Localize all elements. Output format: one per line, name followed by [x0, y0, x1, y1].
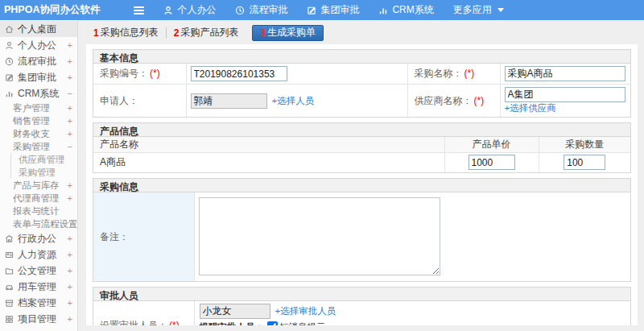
sms-notify-label: 短消息提示 — [279, 322, 326, 325]
folder-icon — [5, 267, 14, 275]
app-title: PHPOA协同办公软件 — [0, 3, 100, 17]
sidebar-item-form-flow-settings[interactable]: 表单与流程设置 + — [0, 217, 77, 230]
building-icon — [5, 234, 14, 243]
col-product-name: 产品名称 — [93, 137, 444, 152]
sidebar-item-procurement-mgmt[interactable]: 采购管理 − — [0, 140, 77, 153]
tab-purchase-info-list[interactable]: 1 采购信息列表 — [86, 27, 167, 38]
sidebar-item-reports-stats[interactable]: 报表与统计 — [0, 205, 77, 217]
user-icon — [5, 41, 14, 50]
top-nav-more-apps[interactable]: 更多应用 — [453, 3, 504, 17]
approver-input[interactable] — [200, 304, 270, 319]
table-row: A商品 — [93, 152, 630, 172]
product-price-input[interactable] — [469, 155, 515, 170]
bar-chart-icon — [5, 89, 14, 98]
tab-purchase-product-list[interactable]: 2 采购产品列表 — [167, 27, 246, 38]
sidebar-item-crm[interactable]: CRM系统 − — [0, 85, 77, 101]
home-icon — [5, 25, 14, 34]
sidebar-item-customer-mgmt[interactable]: 客户管理 + — [0, 101, 77, 114]
top-nav-workflow-approval[interactable]: 流程审批 — [235, 3, 287, 17]
section-title: 基本信息 — [93, 50, 630, 64]
select-person-link[interactable]: +选择人员 — [272, 96, 315, 106]
grid-icon — [5, 315, 14, 324]
remind-approver-label: 提醒审批人员： — [200, 322, 265, 325]
section-title: 产品信息 — [93, 123, 630, 137]
section-purchase-info: 采购信息 备注： — [93, 178, 631, 282]
sidebar-item-hr[interactable]: 人力资源 + — [0, 246, 77, 263]
supplier-name-input[interactable] — [505, 87, 625, 102]
select-supplier-link[interactable]: +选择供应商 — [505, 103, 556, 113]
id-card-icon — [5, 250, 14, 259]
edit-square-icon — [307, 6, 316, 15]
applicant-label: 申请人： — [93, 85, 186, 118]
top-nav-personal-office[interactable]: 个人办公 — [163, 3, 216, 17]
sidebar: 个人桌面 个人办公 + 流程审批 + 集团审批 + CRM系统 − 客户管理 +… — [0, 20, 78, 331]
sidebar-item-vehicle-mgmt[interactable]: 用车管理 + — [0, 279, 77, 295]
sidebar-item-archive-mgmt[interactable]: 档案管理 + — [0, 295, 77, 311]
section-title: 采购信息 — [93, 179, 630, 192]
sidebar-item-personal-office[interactable]: 个人办公 + — [0, 37, 77, 53]
sidebar-item-admin-office[interactable]: 行政办公 + — [0, 230, 77, 246]
sidebar-item-workflow-approval[interactable]: 流程审批 + — [0, 53, 77, 69]
section-approver: 审批人员 设置审批人员：(*) +选择审批人员 提醒审批人员：短消息提示 注：流… — [93, 287, 631, 325]
purchase-qty-input[interactable] — [564, 155, 605, 170]
purchase-name-input[interactable] — [505, 66, 625, 81]
sidebar-item-purchase-mgmt[interactable]: 采购管理 — [10, 166, 77, 179]
sidebar-item-product-inventory[interactable]: 产品与库存 + — [0, 179, 77, 192]
topbar: PHPOA协同办公软件 个人办公 流程审批 集团审批 CRM系统 更多应用 — [0, 0, 644, 20]
caret-down-icon — [497, 8, 504, 12]
required-mark: (*) — [474, 95, 485, 106]
section-title: 审批人员 — [93, 288, 630, 301]
main-content: 1 采购信息列表 2 采购产品列表 3 生成采购单 基本信息 采购编号：(*) — [78, 20, 644, 331]
tab-bar: 1 采购信息列表 2 采购产品列表 3 生成采购单 — [86, 24, 644, 41]
product-name-cell: A商品 — [93, 152, 444, 172]
car-icon — [5, 283, 14, 292]
purchase-no-input[interactable] — [191, 66, 287, 81]
required-mark: (*) — [169, 320, 180, 325]
top-nav-group-approval[interactable]: 集团审批 — [307, 3, 359, 17]
select-approver-link[interactable]: +选择审批人员 — [275, 306, 336, 316]
user-icon — [163, 6, 173, 15]
sidebar-item-sales-mgmt[interactable]: 销售管理 + — [0, 114, 77, 127]
sidebar-item-finance[interactable]: 财务收支 + — [0, 127, 77, 140]
set-approver-label: 设置审批人员：(*) — [93, 301, 194, 325]
sidebar-item-document-mgmt[interactable]: 公文管理 + — [0, 263, 77, 279]
purchase-no-label: 采购编号：(*) — [93, 64, 186, 85]
supplier-name-label: 供应商名称：(*) — [407, 85, 500, 118]
flow-icon — [235, 6, 245, 15]
section-product-info: 产品信息 产品名称 产品单价 采购数量 A商品 — [93, 122, 631, 173]
applicant-input[interactable] — [191, 93, 267, 109]
note-label: 备注： — [93, 192, 194, 281]
sidebar-item-agent-mgmt[interactable]: 代理商管理 + — [0, 192, 77, 205]
archive-icon — [5, 299, 14, 308]
col-product-price: 产品单价 — [444, 137, 539, 152]
top-nav-crm[interactable]: CRM系统 — [378, 3, 433, 17]
flow-icon — [5, 57, 14, 66]
purchase-name-label: 采购名称：(*) — [407, 64, 500, 85]
sidebar-item-supplier-mgmt[interactable]: 供应商管理 — [10, 153, 77, 166]
required-mark: (*) — [150, 68, 160, 79]
sms-notify-checkbox[interactable] — [267, 321, 278, 325]
sidebar-item-personal-desktop[interactable]: 个人桌面 — [0, 21, 77, 37]
required-mark: (*) — [464, 68, 475, 79]
tab-generate-purchase-order[interactable]: 3 生成采购单 — [252, 25, 324, 41]
edit-square-icon — [5, 73, 14, 82]
menu-icon[interactable] — [134, 6, 144, 14]
sidebar-item-group-approval[interactable]: 集团审批 + — [0, 69, 77, 85]
bar-chart-icon — [378, 6, 388, 15]
note-textarea[interactable] — [199, 197, 440, 275]
section-basic-info: 基本信息 采购编号：(*) 采购名称：(*) 申请人： — [93, 49, 631, 118]
sidebar-item-project-mgmt[interactable]: 项目管理 + — [0, 311, 77, 327]
top-nav: 个人办公 流程审批 集团审批 CRM系统 更多应用 — [163, 3, 503, 17]
form-panel: 基本信息 采购编号：(*) 采购名称：(*) 申请人： — [86, 44, 638, 325]
col-purchase-qty: 采购数量 — [539, 137, 630, 152]
